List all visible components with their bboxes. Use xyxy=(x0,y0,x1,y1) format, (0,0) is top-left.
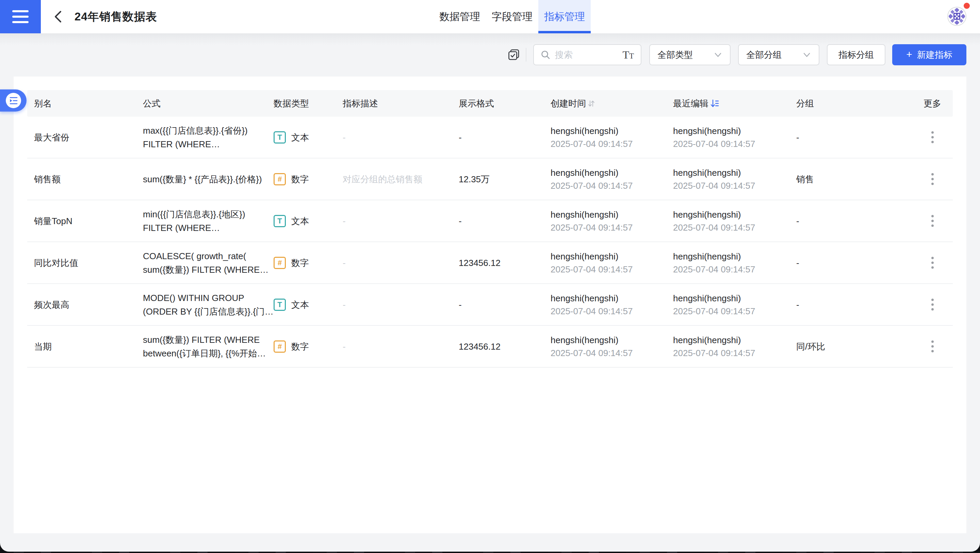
cell-edited: hengshi(hengshi)2025-07-04 09:14:57 xyxy=(673,208,796,234)
table-row[interactable]: 频次最高 MODE() WITHIN GROUP(ORDER BY {{门店信息… xyxy=(27,284,953,326)
cell-formula: COALESCE( growth_rate(sum({数量}) FILTER (… xyxy=(143,249,274,276)
cell-description: - xyxy=(343,298,459,311)
match-case-icon[interactable]: TT xyxy=(622,49,634,61)
cell-format: 123456.12 xyxy=(459,340,550,353)
cell-datatype: T 文本 xyxy=(274,130,343,144)
cell-edited: hengshi(hengshi)2025-07-04 09:14:57 xyxy=(673,334,796,359)
datatype-icon: T xyxy=(274,215,286,227)
cell-created: hengshi(hengshi)2025-07-04 09:14:57 xyxy=(550,124,673,150)
cell-description: 对应分组的总销售额 xyxy=(343,172,459,186)
cell-formula: MODE() WITHIN GROUP(ORDER BY {{门店信息表}}.{… xyxy=(143,291,274,318)
cell-datatype: # 数字 xyxy=(274,172,343,186)
table-row[interactable]: 同比对比值 COALESCE( growth_rate(sum({数量}) FI… xyxy=(27,242,953,284)
cell-alias: 销售额 xyxy=(34,172,143,186)
table-row[interactable]: 当期 sum({数量}) FILTER (WHEREbetween({订单日期}… xyxy=(27,326,953,368)
col-header-format: 展示格式 xyxy=(459,98,550,110)
metric-group-button[interactable]: 指标分组 xyxy=(827,44,885,65)
avatar-pattern-icon xyxy=(948,8,966,25)
row-more-button[interactable] xyxy=(929,213,936,229)
cell-edited: hengshi(hengshi)2025-07-04 09:14:57 xyxy=(673,292,796,318)
cell-description: - xyxy=(343,130,459,144)
tab-field-management[interactable]: 字段管理 xyxy=(486,0,538,33)
cell-datatype: # 数字 xyxy=(274,256,343,270)
chevron-down-icon xyxy=(802,50,811,59)
table-header: 别名 公式 数据类型 指标描述 展示格式 创建时间 最近编辑 xyxy=(27,90,953,117)
col-header-group: 分组 xyxy=(796,98,919,110)
datatype-icon: T xyxy=(274,299,286,311)
hamburger-icon xyxy=(12,10,29,12)
outline-panel-icon xyxy=(9,96,18,105)
row-more-button[interactable] xyxy=(929,297,936,313)
page-title: 24年销售数据表 xyxy=(75,0,157,33)
notification-dot xyxy=(964,3,970,9)
cell-format: - xyxy=(459,298,550,311)
cell-description: - xyxy=(343,256,459,270)
table-row[interactable]: 最大省份 max({{门店信息表}}.{省份})FILTER (WHERE… T… xyxy=(27,117,953,159)
cell-datatype: T 文本 xyxy=(274,298,343,311)
cell-group: - xyxy=(796,130,919,144)
cell-group: - xyxy=(796,256,919,270)
batch-select-icon[interactable] xyxy=(508,49,520,60)
group-filter-select[interactable]: 全部分组 xyxy=(738,44,819,65)
search-icon xyxy=(541,50,550,59)
search-input[interactable]: 搜索 TT xyxy=(533,44,641,65)
cell-description: - xyxy=(343,214,459,228)
table-row[interactable]: 销售额 sum({数量} * {{产品表}}.{价格}) # 数字 对应分组的总… xyxy=(27,159,953,200)
datatype-icon: # xyxy=(274,257,286,269)
cell-datatype: # 数字 xyxy=(274,340,343,353)
col-header-datatype: 数据类型 xyxy=(274,98,343,110)
back-chevron-icon xyxy=(53,10,62,24)
table-row[interactable]: 销量TopN min({{门店信息表}}.{地区})FILTER (WHERE…… xyxy=(27,200,953,242)
cell-created: hengshi(hengshi)2025-07-04 09:14:57 xyxy=(550,208,673,234)
row-more-button[interactable] xyxy=(929,338,936,354)
app-window: 24年销售数据表 数据管理 字段管理 指标管理 xyxy=(0,0,980,551)
cell-created: hengshi(hengshi)2025-07-04 09:14:57 xyxy=(550,334,673,359)
chevron-down-icon xyxy=(714,50,722,59)
col-header-edited: 最近编辑 xyxy=(673,98,796,110)
tab-data-management[interactable]: 数据管理 xyxy=(434,0,486,33)
type-filter-select[interactable]: 全部类型 xyxy=(649,44,730,65)
cell-group: 销售 xyxy=(796,172,919,186)
cell-created: hengshi(hengshi)2025-07-04 09:14:57 xyxy=(550,166,673,192)
hamburger-menu-button[interactable] xyxy=(0,0,41,33)
cell-alias: 销量TopN xyxy=(34,214,143,228)
cell-edited: hengshi(hengshi)2025-07-04 09:14:57 xyxy=(673,166,796,192)
nav-tabs: 数据管理 字段管理 指标管理 xyxy=(434,0,591,33)
top-bar: 24年销售数据表 数据管理 字段管理 指标管理 xyxy=(0,0,980,33)
row-more-button[interactable] xyxy=(929,129,936,145)
back-button[interactable] xyxy=(50,9,65,24)
cell-formula: sum({数量} * {{产品表}}.{价格}) xyxy=(143,172,274,186)
user-avatar[interactable] xyxy=(947,7,966,26)
toolbar: 搜索 TT 全部类型 全部分组 指标分组 + 新建指标 xyxy=(508,44,966,65)
cell-formula: max({{门店信息表}}.{省份})FILTER (WHERE… xyxy=(143,124,274,151)
col-header-created: 创建时间 xyxy=(550,98,673,110)
row-more-button[interactable] xyxy=(929,255,936,271)
cell-alias: 频次最高 xyxy=(34,298,143,311)
cell-created: hengshi(hengshi)2025-07-04 09:14:57 xyxy=(550,250,673,276)
cell-formula: sum({数量}) FILTER (WHEREbetween({订单日期}, {… xyxy=(143,333,274,360)
col-header-formula: 公式 xyxy=(143,98,274,110)
create-metric-button[interactable]: + 新建指标 xyxy=(892,44,966,65)
tab-metric-management[interactable]: 指标管理 xyxy=(538,0,591,33)
topbar-shadow xyxy=(0,33,980,45)
cell-edited: hengshi(hengshi)2025-07-04 09:14:57 xyxy=(673,124,796,150)
cell-datatype: T 文本 xyxy=(274,214,343,228)
datatype-icon: # xyxy=(274,173,286,185)
search-placeholder: 搜索 xyxy=(555,49,622,61)
col-header-more: 更多 xyxy=(919,98,946,110)
sort-edited-icon[interactable] xyxy=(710,99,719,108)
row-more-button[interactable] xyxy=(929,171,936,187)
toolbar-divider xyxy=(526,48,527,62)
cell-formula: min({{门店信息表}}.{地区})FILTER (WHERE… xyxy=(143,207,274,235)
datatype-icon: # xyxy=(274,340,286,353)
table-body: 最大省份 max({{门店信息表}}.{省份})FILTER (WHERE… T… xyxy=(27,117,953,368)
plus-icon: + xyxy=(906,49,912,59)
sort-created-icon[interactable] xyxy=(587,100,595,108)
metrics-table: 别名 公式 数据类型 指标描述 展示格式 创建时间 最近编辑 xyxy=(27,90,953,368)
cell-group: - xyxy=(796,298,919,311)
cell-alias: 同比对比值 xyxy=(34,256,143,270)
drawer-handle[interactable] xyxy=(0,89,27,111)
cell-alias: 最大省份 xyxy=(34,130,143,144)
datatype-icon: T xyxy=(274,131,286,143)
cell-format: 123456.12 xyxy=(459,256,550,270)
